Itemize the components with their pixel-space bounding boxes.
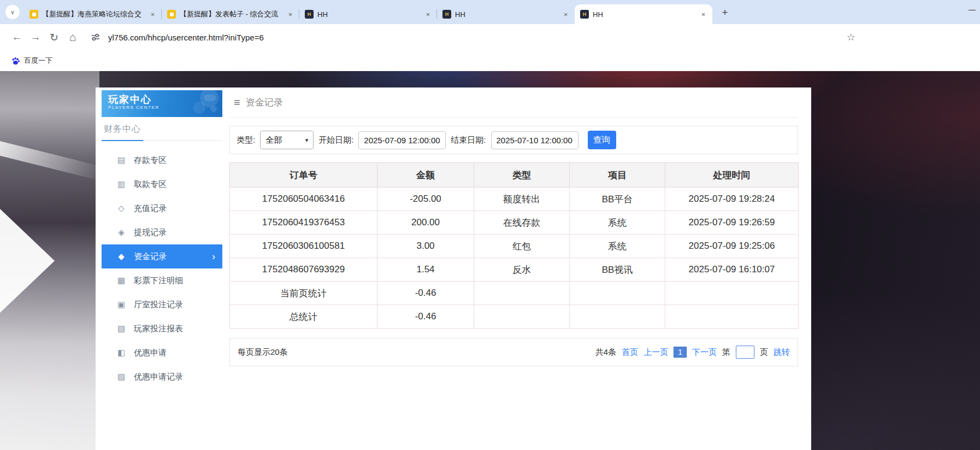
sidebar-item-fund-records[interactable]: ◆ 资金记录 › — [102, 244, 222, 268]
page-viewport: 玩家中心 PLAYERS CENTER 财务中心 ▤ 存款专区 — [0, 71, 980, 450]
chevron-right-icon: › — [212, 252, 215, 261]
jump-button[interactable]: 跳转 — [774, 347, 790, 358]
address-bar[interactable]: yl756.com/hhcp/usercenter.html?iniType=6 — [108, 33, 847, 42]
chevron-down-icon: ∨ — [10, 9, 15, 16]
sidebar-item-label: 取款专区 — [134, 179, 167, 190]
table-cell: 1752060419376453 — [230, 211, 377, 235]
table-cell: -205.00 — [377, 188, 474, 211]
bookmark-baidu[interactable]: 百度一下 — [8, 54, 56, 68]
hh-favicon: H — [580, 10, 589, 19]
sidebar-item-promo-records[interactable]: ▨ 优惠申请记录 — [102, 365, 222, 389]
table-cell — [665, 282, 799, 305]
table-cell: 总统计 — [230, 305, 377, 329]
table-cell: 3.00 — [377, 235, 474, 258]
page-jump-input[interactable] — [736, 346, 754, 359]
table-row-grand-total: 总统计 -0.46 — [230, 305, 799, 329]
table-cell: BB平台 — [570, 188, 665, 211]
tab-strip: 【新提醒】海燕策略论坛综合交 × 【新提醒】发表帖子 - 综合交流 × H HH… — [24, 4, 712, 24]
tab-close-icon[interactable]: × — [561, 10, 570, 19]
hh-favicon: H — [442, 10, 451, 19]
browser-tab-5-active[interactable]: H HH × — [575, 4, 712, 24]
table-cell: 在线存款 — [474, 211, 570, 235]
sidebar-item-room-bets[interactable]: ▣ 厅室投注记录 — [102, 293, 222, 317]
finance-center-heading: 财务中心 — [102, 117, 222, 141]
sidebar-item-label: 充值记录 — [134, 203, 167, 214]
browser-tab-2[interactable]: 【新提醒】发表帖子 - 综合交流 × — [162, 4, 299, 24]
sidebar-item-recharge-records[interactable]: ◇ 充值记录 — [102, 196, 222, 220]
withdrawal-record-icon: ◈ — [116, 227, 126, 237]
table-cell: 反水 — [474, 258, 570, 282]
table-row: 1752060306100581 3.00 红包 系统 2025-07-09 1… — [230, 235, 799, 258]
forum-favicon — [167, 10, 176, 19]
table-cell — [474, 305, 570, 329]
table-header-row: 订单号 金额 类型 项目 处理时间 — [230, 163, 799, 188]
site-info-icon[interactable] — [87, 29, 104, 45]
minimize-button[interactable]: — — [969, 5, 976, 14]
browser-tab-3[interactable]: H HH × — [299, 4, 437, 24]
table-cell: 额度转出 — [474, 188, 570, 211]
sidebar-item-withdraw[interactable]: ▥ 取款专区 — [102, 172, 222, 196]
table-cell: 2025-07-09 19:26:59 — [665, 211, 799, 235]
table-cell: 2025-07-09 19:25:06 — [665, 235, 799, 258]
jump-suffix-label: 页 — [760, 347, 768, 358]
table-cell: 1752060504063416 — [230, 188, 377, 211]
sidebar-item-withdrawal-records[interactable]: ◈ 提现记录 — [102, 220, 222, 244]
end-date-input[interactable] — [491, 131, 578, 149]
start-date-label: 开始日期: — [318, 135, 353, 145]
back-button[interactable]: ← — [8, 28, 26, 46]
withdraw-icon: ▥ — [116, 179, 126, 189]
first-page-link[interactable]: 首页 — [622, 347, 638, 358]
sidebar-item-label: 提现记录 — [134, 227, 167, 238]
table-row-page-total: 当前页统计 -0.46 — [230, 282, 799, 305]
tab-close-icon[interactable]: × — [699, 10, 708, 19]
bookmarks-bar: 百度一下 — [0, 50, 980, 71]
table-cell: 2025-07-09 16:10:07 — [665, 258, 799, 282]
browser-tab-1[interactable]: 【新提醒】海燕策略论坛综合交 × — [24, 4, 162, 24]
bookmark-star-icon[interactable]: ☆ — [847, 31, 855, 43]
table-cell: 当前页统计 — [230, 282, 377, 305]
tab-close-icon[interactable]: × — [148, 10, 157, 19]
tab-search-button[interactable]: ∨ — [5, 5, 20, 19]
table-cell: -0.46 — [377, 305, 474, 329]
table-cell — [665, 305, 799, 329]
next-page-link[interactable]: 下一页 — [692, 347, 717, 358]
sidebar-item-lottery-bets[interactable]: ▦ 彩票下注明细 — [102, 268, 222, 293]
sidebar-item-player-report[interactable]: ▧ 玩家投注报表 — [102, 317, 222, 341]
user-center-panel: 玩家中心 PLAYERS CENTER 财务中心 ▤ 存款专区 — [96, 87, 811, 450]
table-cell: 1752060306100581 — [230, 235, 377, 258]
prev-page-link[interactable]: 上一页 — [644, 347, 668, 358]
sidebar-item-deposit[interactable]: ▤ 存款专区 — [102, 148, 222, 172]
sidebar-item-label: 资金记录 — [134, 252, 167, 262]
page-header: ≡ 资金记录 — [229, 87, 798, 118]
col-type: 类型 — [474, 163, 570, 188]
current-page-badge: 1 — [674, 347, 687, 358]
sidebar-item-promo-apply[interactable]: ◧ 优惠申请 — [102, 341, 222, 365]
start-date-input[interactable] — [358, 131, 446, 149]
table-cell: 系统 — [570, 211, 665, 235]
players-center-header: 玩家中心 PLAYERS CENTER — [102, 90, 222, 117]
table-row: 1752048607693929 1.54 反水 BB视讯 2025-07-09… — [230, 258, 799, 282]
page-title: 资金记录 — [246, 96, 283, 109]
forward-button[interactable]: → — [26, 28, 45, 46]
browser-window: ∨ 【新提醒】海燕策略论坛综合交 × 【新提醒】发表帖子 - 综合交流 × H … — [0, 0, 980, 450]
browser-tab-4[interactable]: H HH × — [437, 4, 575, 24]
tab-close-icon[interactable]: × — [423, 10, 433, 19]
forum-favicon — [29, 10, 38, 19]
tab-title: HH — [593, 10, 695, 19]
type-select[interactable]: 全部 ▾ — [260, 131, 314, 149]
sidebar-item-label: 存款专区 — [134, 155, 167, 166]
query-button[interactable]: 查询 — [588, 131, 616, 149]
reload-button[interactable]: ↻ — [45, 28, 63, 46]
table-cell: 1.54 — [377, 258, 474, 282]
home-button[interactable]: ⌂ — [63, 28, 82, 46]
room-bets-icon: ▣ — [116, 300, 126, 309]
per-page-text: 每页显示20条 — [238, 347, 288, 358]
new-tab-button[interactable]: + — [718, 5, 732, 20]
tab-close-icon[interactable]: × — [286, 10, 295, 19]
sidebar-item-label: 优惠申请 — [134, 348, 167, 358]
table-cell: 红包 — [474, 235, 570, 258]
promo-record-icon: ▨ — [116, 372, 126, 382]
player-report-icon: ▧ — [116, 324, 126, 334]
fund-records-table: 订单号 金额 类型 项目 处理时间 1752060504063416 -205.… — [229, 162, 799, 329]
col-order-id: 订单号 — [230, 163, 377, 188]
